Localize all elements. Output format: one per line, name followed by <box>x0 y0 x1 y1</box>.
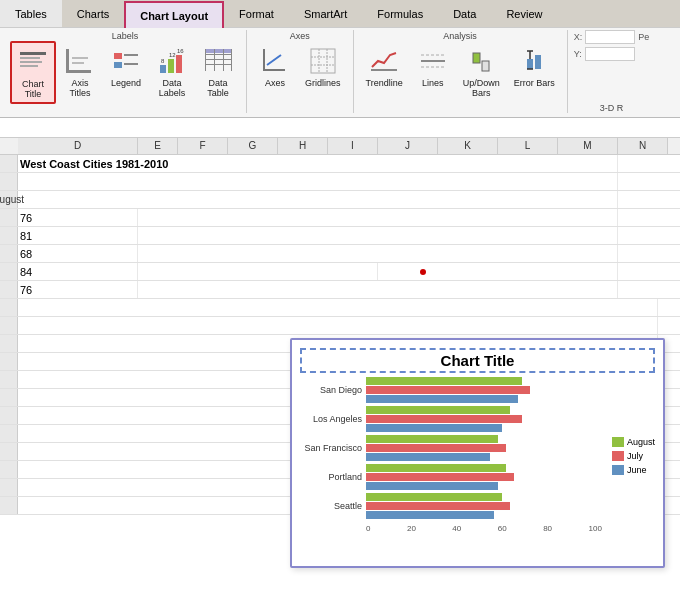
row-header <box>0 443 18 460</box>
cell[interactable] <box>18 191 618 208</box>
bar-june-san-diego <box>366 395 518 403</box>
cell[interactable] <box>138 227 618 244</box>
labels-items: ChartTitle AxisTitles <box>10 41 240 113</box>
legend-label: Legend <box>111 78 141 88</box>
x-coord-row: X: Pe <box>574 30 650 44</box>
chart-title-button[interactable]: ChartTitle <box>10 41 56 104</box>
table-row <box>0 173 680 191</box>
y-label: Y: <box>574 49 582 59</box>
bar-group-san-francisco <box>366 435 602 461</box>
cell[interactable] <box>378 263 618 280</box>
cell[interactable] <box>138 209 618 226</box>
legend-color-july <box>612 451 624 461</box>
row-header <box>0 389 18 406</box>
tab-review[interactable]: Review <box>491 0 557 27</box>
col-f: F <box>178 138 228 154</box>
bar-july-san-diego <box>366 386 530 394</box>
tab-format[interactable]: Format <box>224 0 289 27</box>
legend-button[interactable]: Legend <box>104 41 148 92</box>
updown-bars-button[interactable]: Up/DownBars <box>457 41 506 102</box>
table-row: 84 <box>0 263 680 281</box>
bar-row-san-diego: San Diego <box>300 377 602 403</box>
grid-container: D E F G H I J K L M N West Coast Cities … <box>0 138 680 515</box>
axes-items: Axes Gridlines <box>253 41 347 113</box>
cell-81[interactable]: 81 <box>18 227 138 244</box>
row-header: August <box>0 191 18 208</box>
cell-68[interactable]: 68 <box>18 245 138 262</box>
gridlines-button[interactable]: Gridlines <box>299 41 347 92</box>
legend-color-august <box>612 437 624 447</box>
svg-rect-6 <box>72 57 88 59</box>
svg-text:16: 16 <box>177 48 184 54</box>
error-bars-button[interactable]: Error Bars <box>508 41 561 92</box>
category-san-francisco: San Francisco <box>300 443 362 453</box>
analysis-items: Trendline Lines <box>360 41 561 113</box>
row-header <box>0 209 18 226</box>
cell[interactable] <box>18 173 618 190</box>
row-header <box>0 425 18 442</box>
ribbon-group-labels: Labels ChartTitle <box>4 30 247 113</box>
y-input[interactable] <box>585 47 635 61</box>
col-m: M <box>558 138 618 154</box>
svg-rect-24 <box>223 49 224 71</box>
x-input[interactable] <box>585 30 635 44</box>
category-seattle: Seattle <box>300 501 362 511</box>
cell-title[interactable]: West Coast Cities 1981-2010 <box>18 155 618 172</box>
cell-84[interactable]: 84 <box>18 263 138 280</box>
row-header <box>0 497 18 514</box>
cell-76b[interactable]: 76 <box>18 281 138 298</box>
axis-titles-button[interactable]: AxisTitles <box>58 41 102 102</box>
cell[interactable] <box>138 263 378 280</box>
trendline-button[interactable]: Trendline <box>360 41 409 92</box>
category-san-diego: San Diego <box>300 385 362 395</box>
tab-chart-layout[interactable]: Chart Layout <box>124 1 224 28</box>
col-h: H <box>278 138 328 154</box>
table-row: West Coast Cities 1981-2010 <box>0 155 680 173</box>
axes-button[interactable]: Axes <box>253 41 297 92</box>
bar-group-portland <box>366 464 602 490</box>
row-header <box>0 173 18 190</box>
legend-item-june: June <box>612 465 655 475</box>
bar-august-la <box>366 406 510 414</box>
x-tick-100: 100 <box>589 524 602 533</box>
bar-june-la <box>366 424 502 432</box>
table-row <box>0 317 680 335</box>
data-table-button[interactable]: DataTable <box>196 41 240 102</box>
y-coord-row: Y: <box>574 47 635 61</box>
error-bars-icon <box>518 45 550 77</box>
svg-rect-5 <box>69 70 91 73</box>
category-portland: Portland <box>300 472 362 482</box>
x-tick-0: 0 <box>366 524 370 533</box>
cell-76a[interactable]: 76 <box>18 209 138 226</box>
bar-row-portland: Portland <box>300 464 602 490</box>
svg-rect-38 <box>473 53 480 63</box>
x-tick-20: 20 <box>407 524 416 533</box>
chart-container[interactable]: Chart Title San Diego Los Ange <box>290 338 665 568</box>
bar-july-seattle <box>366 502 510 510</box>
tab-smartart[interactable]: SmartArt <box>289 0 362 27</box>
tab-charts[interactable]: Charts <box>62 0 124 27</box>
svg-rect-10 <box>114 62 122 68</box>
col-k: K <box>438 138 498 154</box>
lines-button[interactable]: Lines <box>411 41 455 92</box>
axes-label: Axes <box>265 78 285 88</box>
tab-data[interactable]: Data <box>438 0 491 27</box>
cell[interactable] <box>138 281 618 298</box>
gridlines-icon <box>307 45 339 77</box>
tab-formulas[interactable]: Formulas <box>362 0 438 27</box>
svg-rect-26 <box>263 49 265 71</box>
tab-tables[interactable]: Tables <box>0 0 62 27</box>
table-row <box>0 299 680 317</box>
svg-rect-7 <box>72 62 84 64</box>
3dr-items: X: Pe Y: <box>574 30 650 102</box>
cell[interactable] <box>138 245 618 262</box>
svg-rect-8 <box>114 53 122 59</box>
data-labels-button[interactable]: 8 12 16 DataLabels <box>150 41 194 102</box>
cell[interactable] <box>18 299 658 316</box>
x-label: X: <box>574 32 583 42</box>
svg-rect-9 <box>124 54 138 56</box>
bar-group-seattle <box>366 493 602 519</box>
cell[interactable] <box>18 317 658 334</box>
ribbon-group-analysis: Analysis Trendline <box>354 30 568 113</box>
chart-title[interactable]: Chart Title <box>300 348 655 373</box>
